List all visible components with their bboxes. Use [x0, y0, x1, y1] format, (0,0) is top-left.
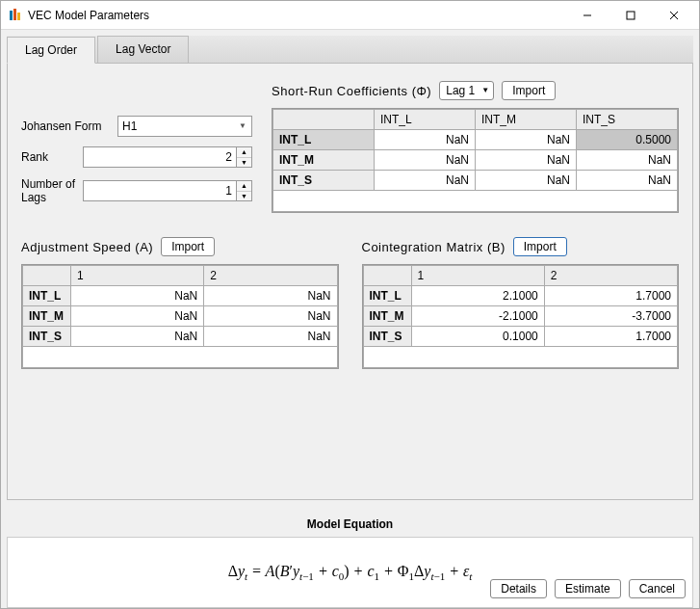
col-header[interactable]: 1	[411, 266, 544, 286]
johansen-section: Johansen Form H1 Rank ▲	[21, 81, 252, 214]
tab-lag-order[interactable]: Lag Order	[7, 37, 95, 64]
rank-down-button[interactable]: ▼	[237, 158, 251, 168]
cell[interactable]: NaN	[577, 150, 678, 171]
equation-heading: Model Equation	[7, 512, 693, 537]
rank-up-button[interactable]: ▲	[237, 147, 251, 158]
col-header[interactable]: INT_S	[577, 110, 678, 130]
window-title: VEC Model Parameters	[28, 9, 565, 22]
shortrun-section: Short-Run Coefficients (Φ) Lag 1 Import …	[272, 81, 679, 214]
cell[interactable]: 2.1000	[411, 286, 544, 306]
rank-label: Rank	[21, 150, 83, 164]
adjustment-title: Adjustment Speed (A)	[21, 240, 153, 254]
row-header[interactable]: INT_L	[363, 286, 411, 306]
tab-label: Lag Order	[25, 43, 77, 57]
cell[interactable]: NaN	[476, 150, 577, 171]
lag-order-panel: Johansen Form H1 Rank ▲	[7, 64, 693, 500]
table-corner	[273, 110, 375, 130]
row-header[interactable]: INT_L	[23, 286, 71, 306]
col-header[interactable]: INT_M	[476, 110, 577, 130]
table-row: INT_L 2.1000 1.7000	[363, 286, 678, 306]
num-lags-input[interactable]	[83, 180, 237, 201]
num-lags-down-button[interactable]: ▼	[237, 192, 251, 201]
johansen-form-select[interactable]: H1	[117, 116, 252, 137]
cell[interactable]: NaN	[476, 171, 577, 191]
table-row: INT_S NaN NaN NaN	[273, 171, 678, 191]
titlebar: VEC Model Parameters	[1, 1, 699, 30]
svg-rect-1	[13, 9, 16, 20]
shortrun-title: Short-Run Coefficients (Φ)	[272, 84, 431, 98]
cell[interactable]: NaN	[577, 171, 678, 191]
cell[interactable]: NaN	[476, 130, 577, 150]
table-row: INT_M NaN NaN NaN	[273, 150, 678, 171]
row-header[interactable]: INT_M	[23, 306, 71, 327]
cell[interactable]: NaN	[204, 286, 337, 306]
rank-spinner: ▲ ▼	[237, 146, 252, 168]
shortrun-import-button[interactable]: Import	[502, 81, 556, 100]
estimate-button[interactable]: Estimate	[555, 579, 621, 598]
table-row: INT_L NaN NaN	[23, 286, 338, 306]
window-controls	[565, 1, 695, 29]
cell[interactable]: NaN	[71, 286, 204, 306]
client-area: Lag Order Lag Vector Johansen Form H1	[1, 30, 699, 608]
col-header[interactable]: INT_L	[375, 110, 476, 130]
num-lags-label: Number of Lags	[21, 177, 83, 204]
svg-rect-0	[10, 11, 13, 20]
cointegration-table[interactable]: 1 2 INT_L 2.1000 1.7000 INT_M	[363, 265, 679, 368]
table-row: INT_M -2.1000 -3.7000	[363, 306, 678, 327]
num-lags-up-button[interactable]: ▲	[237, 181, 251, 192]
table-row: INT_S 0.1000 1.7000	[363, 327, 678, 347]
svg-rect-4	[627, 12, 635, 19]
tab-label: Lag Vector	[116, 42, 170, 56]
app-logo-icon	[7, 8, 22, 23]
cell[interactable]: -3.7000	[544, 306, 677, 327]
cointegration-section: Cointegration Matrix (B) Import 1 2	[362, 237, 680, 369]
cell[interactable]: 1.7000	[544, 327, 677, 347]
row-header[interactable]: INT_L	[273, 130, 375, 150]
row-header[interactable]: INT_S	[23, 327, 71, 347]
tab-bar: Lag Order Lag Vector	[7, 36, 693, 64]
cell[interactable]: 0.1000	[411, 327, 544, 347]
cell[interactable]: NaN	[375, 171, 476, 191]
row-header[interactable]: INT_S	[273, 171, 375, 191]
table-row: INT_M NaN NaN	[23, 306, 338, 327]
close-button[interactable]	[652, 1, 695, 29]
cell[interactable]: NaN	[204, 306, 337, 327]
details-button[interactable]: Details	[490, 579, 547, 598]
cell[interactable]: NaN	[375, 150, 476, 171]
adjustment-section: Adjustment Speed (A) Import 1 2	[21, 237, 339, 369]
cell[interactable]: NaN	[375, 130, 476, 150]
cell[interactable]: 1.7000	[544, 286, 677, 306]
tab-lag-vector[interactable]: Lag Vector	[97, 36, 189, 63]
cancel-button[interactable]: Cancel	[629, 579, 686, 598]
cell[interactable]: NaN	[204, 327, 337, 347]
cell[interactable]: 0.5000	[577, 130, 678, 150]
table-row: INT_L NaN NaN 0.5000	[273, 130, 678, 150]
footer-buttons: Details Estimate Cancel	[490, 579, 686, 598]
num-lags-spinner: ▲ ▼	[237, 180, 252, 201]
lag-select[interactable]: Lag 1	[439, 81, 494, 100]
cointegration-import-button[interactable]: Import	[513, 237, 567, 256]
col-header[interactable]: 2	[204, 266, 337, 286]
johansen-form-label: Johansen Form	[21, 119, 117, 133]
row-header[interactable]: INT_M	[273, 150, 375, 171]
cell[interactable]: -2.1000	[411, 306, 544, 327]
row-header[interactable]: INT_M	[363, 306, 411, 327]
rank-input[interactable]	[83, 146, 237, 168]
adjustment-table[interactable]: 1 2 INT_L NaN NaN INT_M	[22, 265, 338, 368]
minimize-button[interactable]	[565, 1, 609, 29]
col-header[interactable]: 2	[544, 266, 677, 286]
svg-rect-2	[17, 13, 20, 20]
shortrun-table[interactable]: INT_L INT_M INT_S INT_L NaN NaN 0.5000	[272, 109, 678, 212]
maximize-button[interactable]	[609, 1, 652, 29]
cell[interactable]: NaN	[71, 306, 204, 327]
cell[interactable]: NaN	[71, 327, 204, 347]
table-row: INT_S NaN NaN	[23, 327, 338, 347]
adjustment-import-button[interactable]: Import	[161, 237, 215, 256]
row-header[interactable]: INT_S	[363, 327, 411, 347]
cointegration-title: Cointegration Matrix (B)	[362, 240, 506, 254]
model-equation: Δyt = A(B′yt−1 + c0) + c1 + Φ1Δyt−1 + εt	[228, 563, 473, 582]
window: VEC Model Parameters Lag Order Lag Vecto…	[0, 0, 700, 609]
col-header[interactable]: 1	[71, 266, 204, 286]
